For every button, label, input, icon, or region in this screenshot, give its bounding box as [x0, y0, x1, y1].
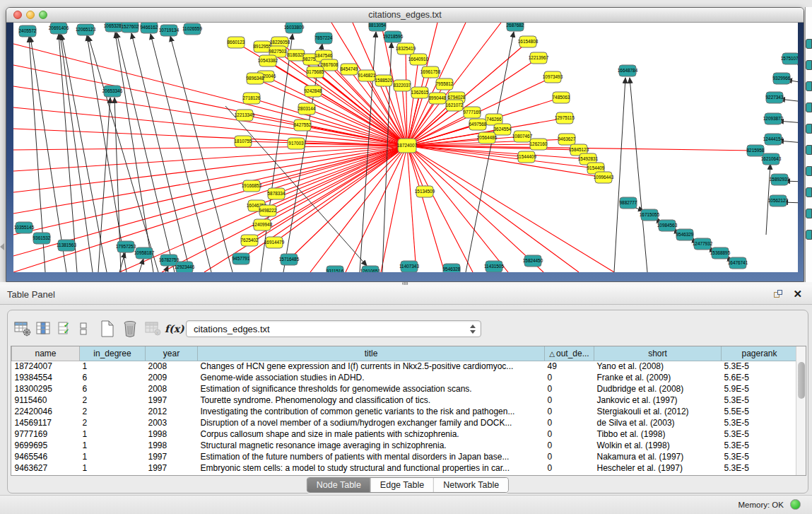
table-cell[interactable]: Hescheler et al. (1997): [594, 462, 722, 474]
table-cell[interactable]: 5.3E-5: [722, 428, 798, 440]
graph-node-teal[interactable]: 12093872: [763, 113, 784, 124]
table-cell[interactable]: 0: [545, 395, 594, 406]
float-panel-icon[interactable]: [774, 290, 784, 300]
table-row[interactable]: 946554611997Estimation of the future num…: [12, 451, 798, 462]
table-row[interactable]: 911546021997Tourette syndrome. Phenomeno…: [12, 395, 798, 406]
table-cell[interactable]: 1: [80, 462, 146, 474]
table-row[interactable]: 1872400712008Changes of HCN gene express…: [12, 361, 798, 372]
table-cell[interactable]: 2008: [146, 383, 198, 395]
table-cell[interactable]: 18724007: [12, 361, 80, 372]
table-cell[interactable]: 0: [545, 383, 594, 395]
graph-node-yellow[interactable]: 12213967: [529, 52, 549, 64]
table-row[interactable]: 2242004622012Investigating the contribut…: [12, 406, 798, 417]
graph-node-yellow[interactable]: 5878334: [268, 188, 286, 199]
graph-node-teal[interactable]: 11431505: [484, 261, 504, 272]
graph-node-yellow[interactable]: 7955812: [436, 78, 454, 90]
graph-node-yellow[interactable]: 11544409: [517, 151, 536, 163]
close-panel-icon[interactable]: ✕: [793, 288, 802, 300]
table-cell[interactable]: Estimation of the future numbers of pati…: [198, 451, 545, 462]
window-titlebar[interactable]: citations_edges.txt: [6, 8, 804, 23]
graph-node-teal[interactable]: 9329966: [773, 73, 791, 84]
table-cell[interactable]: 2008: [146, 361, 198, 372]
graph-node-yellow[interactable]: 16914479: [264, 237, 285, 248]
function-builder-icon[interactable]: f(x): [165, 319, 183, 339]
table-cell[interactable]: 5.3E-5: [722, 417, 798, 428]
graph-node-teal[interactable]: 20653346: [102, 86, 123, 97]
column-header-out_de[interactable]: △out_de...: [545, 346, 594, 361]
graph-node-teal[interactable]: 12477932: [693, 238, 713, 250]
graph-node-yellow[interactable]: 9498222: [259, 205, 277, 216]
table-cell[interactable]: 1997: [146, 462, 198, 474]
graph-node-yellow[interactable]: 10973493: [543, 71, 563, 83]
graph-node-teal[interactable]: 15892931: [770, 174, 790, 185]
graph-node-teal[interactable]: 15824450: [523, 255, 543, 267]
table-cell[interactable]: 2003: [146, 417, 198, 428]
graph-node-yellow[interactable]: 7625402: [241, 235, 259, 246]
graph-node-yellow[interactable]: 3175685: [307, 66, 324, 78]
table-row[interactable]: 1830029562008Estimation of significance …: [12, 383, 798, 395]
graph-node-teal[interactable]: 16476741: [728, 257, 748, 269]
table-cell[interactable]: 5.3E-5: [722, 395, 798, 406]
column-header-title[interactable]: title: [198, 346, 545, 361]
graph-node-yellow[interactable]: 10807467: [512, 131, 533, 142]
table-cell[interactable]: Investigating the contribution of common…: [198, 406, 545, 417]
graph-node-teal[interactable]: 2405572: [19, 25, 37, 37]
table-cell[interactable]: Changes of HCN gene expression and I(f) …: [198, 361, 545, 372]
graph-node-yellow[interactable]: 9777169: [464, 107, 481, 118]
table-cell[interactable]: 0: [545, 451, 594, 462]
graph-node-teal[interactable]: 11381563: [57, 240, 76, 251]
select-all-columns-icon[interactable]: ✓✓: [56, 319, 76, 339]
table-cell[interactable]: 49: [545, 361, 594, 372]
graph-node-teal[interactable]: 10984563: [657, 220, 678, 231]
graph-node-yellow[interactable]: 8427552: [294, 119, 312, 131]
table-row[interactable]: 977716911998Corpus callosum shape and si…: [12, 428, 798, 440]
table-cell[interactable]: Dudbridge et al. (2008): [594, 383, 722, 395]
table-row[interactable]: 946362711997Embryonic stem cells: a mode…: [12, 462, 798, 474]
table-cell[interactable]: 5.9E-5: [722, 383, 798, 395]
row-height-icon[interactable]: [78, 319, 91, 339]
graph-node-teal[interactable]: 11407343: [399, 261, 419, 272]
table-cell[interactable]: 6: [80, 372, 146, 383]
graph-node-teal[interactable]: 8215958: [747, 145, 765, 156]
graph-node-teal[interactable]: 19218596: [383, 31, 404, 42]
table-cell[interactable]: 5.3E-5: [722, 462, 798, 474]
table-cell[interactable]: Jankovic et al. (1997): [594, 395, 722, 406]
table-cell[interactable]: Tourette syndrome. Phenomenology and cla…: [198, 395, 545, 406]
table-cell[interactable]: 0: [545, 428, 594, 440]
table-row[interactable]: 1456911722003Disruption of a novel membe…: [12, 417, 798, 428]
graph-node-yellow[interactable]: 16961758: [420, 66, 441, 78]
table-cell[interactable]: 9463627: [12, 462, 80, 474]
graph-node-teal[interactable]: 16033809: [284, 23, 305, 33]
table-cell[interactable]: Corpus callosum shape and size in male p…: [198, 428, 545, 440]
graph-node-yellow[interactable]: 12409948: [252, 219, 273, 230]
graph-node-teal[interactable]: 15368895: [710, 247, 731, 259]
graph-node-teal[interactable]: 11026559: [182, 23, 202, 35]
graph-node-yellow[interactable]: 1262160: [530, 139, 548, 150]
table-cell[interactable]: Yano et al. (2008): [594, 361, 722, 372]
table-cell[interactable]: 0: [545, 440, 594, 451]
graph-node-yellow[interactable]: 19166852: [242, 180, 262, 192]
graph-node-yellow[interactable]: 12975115: [555, 112, 575, 124]
table-selector-dropdown[interactable]: citations_edges.txt: [186, 320, 481, 337]
graph-node-yellow[interactable]: 15134509: [415, 186, 435, 197]
graph-node-yellow[interactable]: 20564486: [477, 132, 498, 144]
table-cell[interactable]: 0: [545, 417, 594, 428]
network-canvas[interactable]: 8660123891295518226058982750381863281054…: [13, 23, 798, 272]
graph-node-yellow[interactable]: 1588520: [375, 75, 393, 86]
table-cell[interactable]: Stergiakouli et al. (2012): [594, 406, 722, 417]
graph-node-teal[interactable]: 2687682: [507, 23, 524, 31]
graph-node-teal[interactable]: 9311516: [326, 266, 344, 272]
graph-node-yellow[interactable]: 7485063: [553, 92, 570, 103]
graph-node-teal[interactable]: 12444154: [763, 134, 784, 145]
graph-node-yellow[interactable]: 2718126: [243, 93, 261, 104]
graph-node-teal[interactable]: 10562123: [768, 195, 789, 206]
table-cell[interactable]: 1998: [146, 428, 198, 440]
table-cell[interactable]: Estimation of significance thresholds fo…: [198, 383, 545, 395]
table-cell[interactable]: 1998: [146, 440, 198, 451]
table-cell[interactable]: 2: [80, 406, 146, 417]
graph-node-teal[interactable]: 15751074: [781, 53, 798, 64]
table-cell[interactable]: Disruption of a novel member of a sodium…: [198, 417, 545, 428]
graph-node-teal[interactable]: 15716485: [279, 254, 300, 265]
table-cell[interactable]: 1: [80, 440, 146, 451]
graph-node-yellow[interactable]: 9146821: [358, 70, 376, 81]
